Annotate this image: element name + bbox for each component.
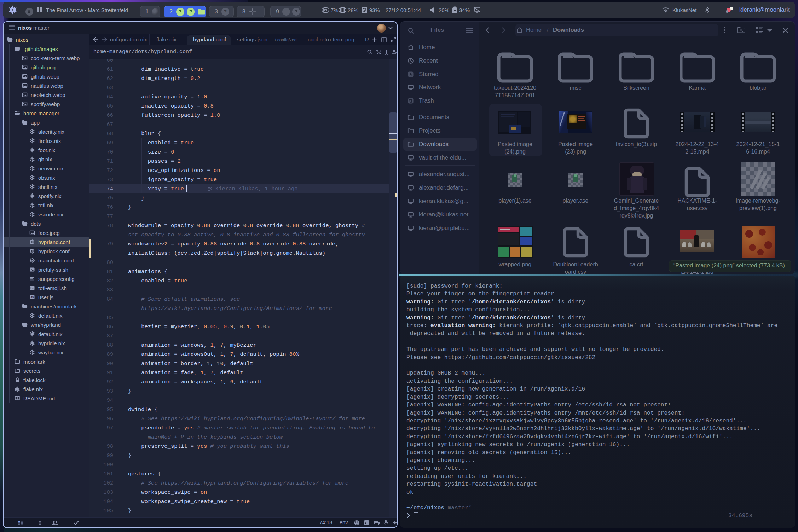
svg-text:JS: JS [31, 296, 34, 299]
